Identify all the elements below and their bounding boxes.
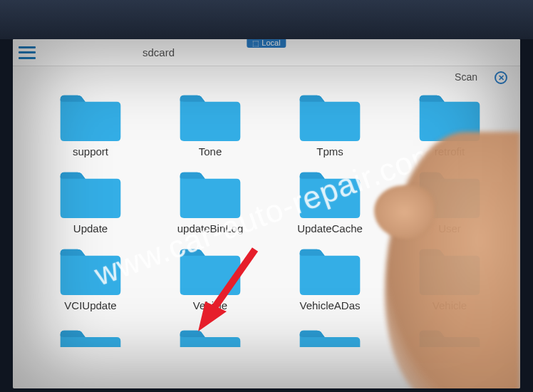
- folder-item[interactable]: User: [393, 168, 506, 234]
- folder-label: Vehicle: [193, 299, 227, 311]
- folder-icon: [177, 245, 243, 296]
- folder-label: User: [438, 222, 461, 234]
- menu-icon[interactable]: [19, 46, 36, 59]
- folder-item[interactable]: support: [34, 91, 147, 158]
- folder-label: updateBinLog: [177, 222, 244, 234]
- folder-icon: [177, 168, 243, 220]
- folder-icon: [177, 326, 243, 347]
- folder-label: VCIUpdate: [64, 299, 116, 311]
- storage-label: Local: [262, 39, 280, 47]
- folder-label: support: [73, 145, 108, 158]
- folder-icon: [58, 326, 123, 347]
- folder-icon: [417, 91, 482, 143]
- folder-item[interactable]: Tone: [154, 91, 266, 158]
- folder-label: Tpms: [316, 145, 343, 158]
- folder-item[interactable]: VehicleADas: [274, 245, 386, 311]
- close-icon[interactable]: ✕: [495, 71, 507, 84]
- folder-item-partial[interactable]: [34, 322, 147, 350]
- folder-item[interactable]: UpdateCache: [274, 168, 386, 234]
- scan-button[interactable]: Scan: [455, 71, 477, 83]
- screen: sdcard Local Scan ✕ support Tone Tpms re…: [13, 39, 520, 388]
- folder-icon: [297, 245, 363, 296]
- folder-icon: [417, 245, 482, 296]
- folder-item[interactable]: Update: [34, 168, 147, 234]
- breadcrumb[interactable]: sdcard: [143, 46, 175, 58]
- storage-badge[interactable]: Local: [247, 39, 286, 48]
- folder-icon: [417, 168, 482, 220]
- folder-icon: [58, 245, 123, 296]
- folder-icon: [417, 326, 482, 347]
- device-bezel: [0, 0, 533, 39]
- folder-icon: [297, 326, 363, 347]
- folder-label: Tone: [199, 145, 222, 158]
- folder-grid: support Tone Tpms retrofit Update update…: [13, 66, 520, 350]
- folder-label: Vehicle: [433, 299, 467, 311]
- folder-label: UpdateCache: [297, 222, 363, 234]
- folder-item-partial[interactable]: [154, 322, 266, 350]
- folder-item[interactable]: VCIUpdate: [34, 245, 147, 311]
- folder-label: retrofit: [435, 145, 465, 158]
- folder-icon: [297, 91, 363, 143]
- folder-icon: [58, 168, 123, 220]
- folder-item[interactable]: Vehicle: [393, 245, 506, 311]
- folder-item[interactable]: retrofit: [393, 91, 506, 158]
- folder-icon: [297, 168, 363, 220]
- top-bar: sdcard Local: [13, 39, 520, 66]
- folder-label: Update: [73, 222, 108, 234]
- folder-icon: [177, 91, 243, 143]
- folder-item[interactable]: Tpms: [274, 91, 386, 158]
- folder-label: VehicleADas: [299, 299, 360, 311]
- folder-item-partial[interactable]: [274, 322, 386, 350]
- device-frame: sdcard Local Scan ✕ support Tone Tpms re…: [0, 0, 533, 392]
- folder-icon: [58, 91, 123, 143]
- folder-item-partial[interactable]: [393, 322, 506, 350]
- folder-item[interactable]: updateBinLog: [154, 168, 266, 234]
- folder-item[interactable]: Vehicle: [154, 245, 266, 311]
